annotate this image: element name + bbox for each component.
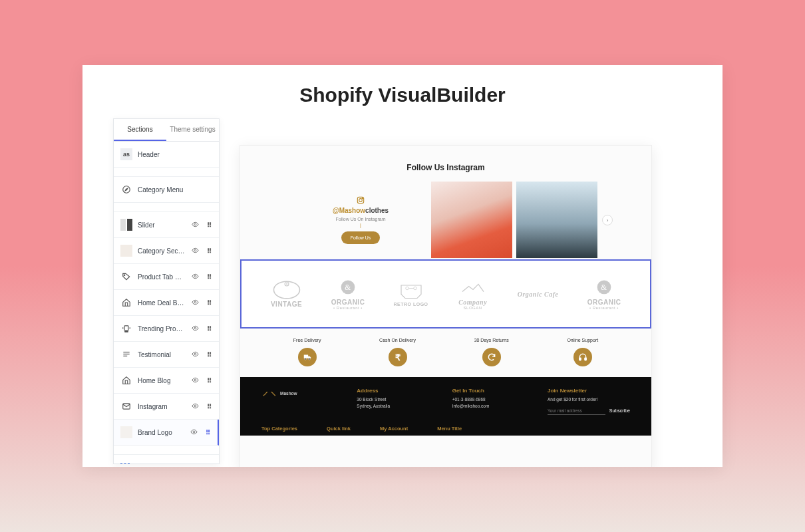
eye-icon[interactable] xyxy=(191,325,199,333)
section-category-section[interactable]: Category Section ⠿ xyxy=(114,238,219,264)
section-label: Category Section xyxy=(138,247,186,255)
newsletter-offer: And get $20 for first order! xyxy=(548,396,630,403)
brand-logo-strip[interactable]: VINTAGE & ORGANIC • Restaurant • RETRO L… xyxy=(240,259,651,329)
instagram-icon xyxy=(294,196,427,207)
instagram-photo-1[interactable] xyxy=(431,182,512,258)
mail-icon xyxy=(120,400,132,412)
follow-button[interactable]: Follow Us xyxy=(341,231,381,244)
section-label: Testimonial xyxy=(138,351,186,358)
home-icon xyxy=(120,374,132,386)
svg-text:&: & xyxy=(345,283,351,291)
instagram-photo-2[interactable] xyxy=(516,182,597,258)
newsletter-form: Subscribe xyxy=(548,407,630,415)
drag-handle-icon[interactable]: ⠿ xyxy=(204,377,212,384)
tab-sections[interactable]: Sections xyxy=(114,119,166,141)
preview-frame: Follow Us Instagram @Mashowclothes Follo… xyxy=(240,145,652,467)
subscribe-button[interactable]: Subscribe xyxy=(609,407,630,415)
svg-point-32 xyxy=(413,287,416,290)
brand-logo-6: & ORGANIC • Restaurant • xyxy=(587,278,621,310)
drag-handle-icon[interactable]: ⠿ xyxy=(204,351,212,358)
footer-brand-col: ⟋⟍ Mashow xyxy=(261,388,330,415)
feature-free-delivery: Free Delivery xyxy=(293,338,321,366)
footer-link-top-categories[interactable]: Top Categories xyxy=(261,426,297,432)
section-header[interactable]: as Header xyxy=(114,142,219,168)
brand-sub: SLOGAN xyxy=(464,306,482,310)
section-product-tab-slider[interactable]: Product Tab Slider ⠿ xyxy=(114,264,219,290)
drag-handle-icon[interactable]: ⠿ xyxy=(204,221,212,229)
divider xyxy=(114,446,219,455)
brand-logo-1: VINTAGE xyxy=(271,280,303,308)
svg-point-20 xyxy=(194,405,196,407)
section-brand-logo[interactable]: Brand Logo ⠿ xyxy=(114,420,219,446)
category-thumb-icon xyxy=(120,245,132,257)
brand-name: Mashow xyxy=(280,390,297,397)
section-slider[interactable]: Slider ⠿ xyxy=(114,212,219,238)
section-label: Instagram xyxy=(138,403,186,410)
footer-link-quick-link[interactable]: Quick link xyxy=(327,426,351,432)
carousel-icon xyxy=(120,323,132,334)
footer-link-menu-title[interactable]: Menu Title xyxy=(437,426,462,432)
svg-rect-7 xyxy=(124,326,128,331)
drag-handle-icon[interactable]: ⠿ xyxy=(204,403,212,410)
refresh-icon xyxy=(482,348,501,366)
section-list: as Header Category Menu Slider ⠿ xyxy=(114,142,219,464)
drag-handle-icon[interactable]: ⠿ xyxy=(204,247,212,255)
tab-theme-settings[interactable]: Theme settings xyxy=(166,119,219,141)
header-thumb-icon: as xyxy=(120,148,132,160)
section-label: Trending Produc... xyxy=(138,325,186,332)
add-section-button[interactable]: + Add section xyxy=(114,455,219,464)
svg-point-10 xyxy=(125,331,126,332)
drag-handle-icon[interactable]: ⠿ xyxy=(204,273,212,281)
drag-handle-icon[interactable]: ⠿ xyxy=(203,429,211,436)
footer-link-my-account[interactable]: My Account xyxy=(380,426,408,432)
section-label: Header xyxy=(138,151,212,158)
logo-mark-icon: ⟋⟍ xyxy=(261,388,277,400)
section-testimonial[interactable]: Testimonial ⠿ xyxy=(114,342,219,368)
feature-returns: 30 Days Returns xyxy=(474,338,509,366)
eye-icon[interactable] xyxy=(191,376,199,385)
footer-row-2: Top Categories Quick link My Account Men… xyxy=(261,426,630,432)
tag-icon xyxy=(120,271,132,283)
carousel-next-button[interactable]: › xyxy=(602,215,613,225)
instagram-subtext: Follow Us On Instagram xyxy=(294,217,427,221)
eye-icon[interactable] xyxy=(191,221,199,229)
section-trending-products[interactable]: Trending Produc... ⠿ xyxy=(114,316,219,342)
svg-point-6 xyxy=(194,301,196,303)
contact-phone: +01-3-8888-6868 xyxy=(452,396,521,403)
drag-handle-icon[interactable]: ⠿ xyxy=(204,325,212,332)
feature-label: Online Support xyxy=(567,338,598,342)
content-row: Sections Theme settings as Header Catego… xyxy=(82,118,723,460)
eye-icon[interactable] xyxy=(191,350,199,359)
features-row: Free Delivery Cash On Delivery ₹ 30 Days… xyxy=(240,329,651,377)
svg-point-3 xyxy=(194,249,196,251)
preview-footer: ⟋⟍ Mashow Address 30 Block Street Sydney… xyxy=(240,377,651,436)
eye-icon[interactable] xyxy=(191,402,199,411)
eye-icon[interactable] xyxy=(190,428,198,437)
feature-cod: Cash On Delivery ₹ xyxy=(379,338,416,366)
app-card: Shopify VisualBuilder Sections Theme set… xyxy=(82,65,723,467)
section-category-menu[interactable]: Category Menu xyxy=(114,177,219,203)
plus-icon: + xyxy=(120,463,130,464)
divider xyxy=(114,203,219,212)
page-title: Shopify VisualBuilder xyxy=(82,65,723,118)
section-home-deal-banner[interactable]: Home Deal Ban... ⠿ xyxy=(114,290,219,316)
svg-point-11 xyxy=(126,331,126,332)
brand-name: Company xyxy=(457,299,489,306)
email-field[interactable] xyxy=(548,407,605,415)
svg-point-18 xyxy=(194,379,196,381)
feature-support: Online Support xyxy=(567,338,598,366)
compass-icon xyxy=(120,184,132,196)
svg-point-5 xyxy=(194,275,196,277)
section-home-blog[interactable]: Home Blog ⠿ xyxy=(114,368,219,394)
brand-name: Organic Cafe xyxy=(518,291,559,298)
eye-icon[interactable] xyxy=(191,273,199,281)
newsletter-title: Join Newsletter xyxy=(548,388,630,394)
svg-marker-1 xyxy=(125,188,128,191)
section-label: Slider xyxy=(138,221,186,229)
handle-suffix: clothes xyxy=(365,207,389,214)
drag-handle-icon[interactable]: ⠿ xyxy=(204,299,212,307)
brand-logo-5: Organic Cafe xyxy=(518,291,559,298)
eye-icon[interactable] xyxy=(191,247,199,255)
section-instagram[interactable]: Instagram ⠿ xyxy=(114,394,219,420)
eye-icon[interactable] xyxy=(191,299,199,307)
